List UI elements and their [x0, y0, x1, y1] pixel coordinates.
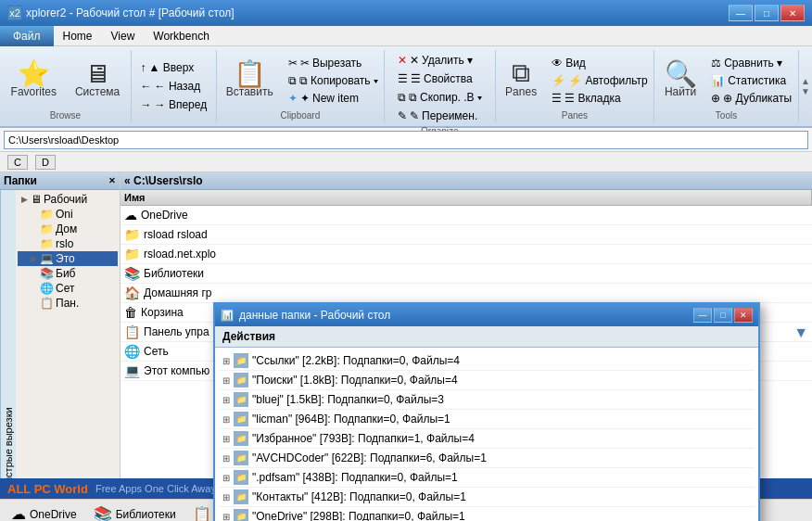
- autofilter-label: ⚡ Автофильтр: [568, 74, 648, 87]
- browse-group-label: Browse: [50, 108, 81, 121]
- drive-c[interactable]: C: [7, 155, 28, 170]
- newitem-button[interactable]: ✦ ✦ New item: [284, 90, 383, 107]
- maximize-button[interactable]: □: [755, 5, 779, 21]
- expand-icon[interactable]: ⊞: [222, 434, 230, 444]
- copy-label: ⧉ Копировать ▾: [299, 74, 378, 87]
- ribbon-btn-favorites[interactable]: ⭐ Favorites: [3, 58, 65, 103]
- tree-item-desktop[interactable]: ▶ 🖥 Рабочий: [18, 192, 118, 207]
- star-icon: ⭐: [22, 63, 44, 85]
- stats-button[interactable]: 📊 Статистика: [706, 72, 796, 89]
- filter-icon[interactable]: ▼: [793, 324, 808, 341]
- ribbon-group-tools: 🔍 Найти ⚖ Сравнить ▾ 📊 Статистика ⊕ ⊕ Ду…: [654, 50, 798, 122]
- expand-icon[interactable]: ⊞: [222, 512, 230, 522]
- minimize-button[interactable]: —: [729, 5, 753, 21]
- back-icon: ←: [141, 80, 152, 93]
- list-item[interactable]: ☁ OneDrive: [121, 206, 812, 225]
- expand-icon[interactable]: ⊞: [222, 492, 230, 502]
- paste-button[interactable]: 📋 Вставить: [218, 58, 282, 103]
- tree-item-dom[interactable]: 📁 Дом: [18, 222, 118, 236]
- lib-icon: 📚: [94, 505, 112, 521]
- bottom-item-lib[interactable]: 📚 Библиотеки: [86, 503, 184, 521]
- lib-icon: 📚: [40, 267, 54, 280]
- menu-workbench[interactable]: Workbench: [144, 26, 218, 46]
- autofilter-button[interactable]: ⚡ ⚡ Автофильтр: [547, 72, 653, 89]
- find-icon: 🔍: [669, 63, 691, 85]
- find-label: Найти: [665, 85, 696, 98]
- view-button[interactable]: 👁 Вид: [547, 55, 653, 71]
- dialog-min[interactable]: —: [693, 308, 712, 323]
- rename-button[interactable]: ✎ ✎ Переимен.: [393, 108, 487, 124]
- file-name-rsload2: rsload.net.xplo: [144, 248, 216, 260]
- expand-icon[interactable]: ⊞: [222, 473, 230, 483]
- drive-d[interactable]: D: [35, 155, 56, 170]
- ribbon-group-organize: ✕ ✕ Удалить ▾ ☰ ☰ Свойства ⧉ ⧉ Скопир. .…: [385, 50, 496, 122]
- tree-item-rslo[interactable]: 📁 rslo: [18, 236, 118, 251]
- folder-info-dialog: 📊 данные папки - Рабочий стол — □ ✕ Дейс…: [213, 302, 760, 521]
- view-icon: 👁: [552, 57, 563, 70]
- up-label: ▲ Вверх: [149, 61, 195, 74]
- panel-icon: 📋: [40, 297, 54, 310]
- tree-item-this[interactable]: ▶ 💻 Это: [18, 251, 118, 266]
- nav-back[interactable]: ← ← Назад: [136, 78, 212, 95]
- file-name-trash: Корзина: [141, 306, 184, 319]
- list-item[interactable]: 🏠 Домашняя гр: [121, 284, 812, 303]
- find-button[interactable]: 🔍 Найти: [656, 58, 704, 103]
- delete-button[interactable]: ✕ ✕ Удалить ▾: [393, 52, 487, 69]
- compare-button[interactable]: ⚖ Сравнить ▾: [706, 55, 796, 71]
- library-icon: 📚: [124, 266, 140, 281]
- panel-header: « C:\Users\rslo: [121, 172, 812, 190]
- dialog-close[interactable]: ✕: [734, 308, 753, 323]
- dialog-row: ⊞ 📁 "Поиски" [1.8kB]: Подпапки=0, Файлы=…: [219, 371, 755, 390]
- bottom-item-onedrive[interactable]: ☁ OneDrive: [4, 503, 84, 521]
- dialog-header: Действия: [215, 326, 758, 348]
- ribbon-btn-computer[interactable]: 🖥 Система: [67, 58, 128, 103]
- expand-icon[interactable]: ⊞: [222, 414, 230, 425]
- sidebar-close[interactable]: ✕: [108, 176, 116, 185]
- address-input[interactable]: [4, 131, 808, 149]
- app-icon: x2: [7, 6, 22, 20]
- dialog-max[interactable]: □: [714, 308, 732, 323]
- computer-icon: 🖥: [86, 63, 108, 85]
- list-item[interactable]: 📁 rsload rsload: [121, 225, 812, 245]
- row-icon: 📁: [234, 431, 248, 446]
- copy2-button[interactable]: ⧉ ⧉ Скопир. .В ▾: [393, 89, 487, 106]
- dialog-content[interactable]: ⊞ 📁 "Ссылки" [2.2kB]: Подпапки=0, Файлы=…: [215, 348, 758, 521]
- close-button[interactable]: ✕: [780, 5, 805, 21]
- panes-buttons: ⧉ Panes 👁 Вид ⚡ ⚡ Автофильтр ☰ ☰ Вкладка: [497, 52, 653, 108]
- dialog-row: ⊞ 📁 "AVCHDCoder" [622B]: Подпапки=6, Фай…: [219, 449, 755, 468]
- window-title: xplorer2 - Рабочий стол # [Рабочий стол]: [26, 6, 235, 19]
- sidebar-header-label: Папки: [4, 174, 37, 187]
- props-button[interactable]: ☰ ☰ Свойства: [393, 70, 487, 87]
- row-icon: 📁: [234, 509, 248, 521]
- panes-button[interactable]: ⧉ Panes: [497, 58, 545, 103]
- ribbon: ⭐ Favorites 🖥 Система Browse ↑ ▲ Вверх ←…: [0, 46, 812, 128]
- dialog-row: ⊞ 📁 "Контакты" [412B]: Подпапки=0, Файлы…: [219, 488, 755, 507]
- tree-item-panel[interactable]: 📋 Пан.: [18, 296, 118, 311]
- menu-view[interactable]: View: [102, 26, 145, 46]
- computer-label: Система: [75, 85, 120, 98]
- col-name[interactable]: Имя: [121, 190, 812, 205]
- copy-button[interactable]: ⧉ ⧉ Копировать ▾: [284, 72, 383, 89]
- window-controls: — □ ✕: [729, 5, 805, 21]
- dups-button[interactable]: ⊕ ⊕ Дубликаты: [706, 90, 796, 107]
- ribbon-scroll-up[interactable]: ▲: [801, 76, 810, 86]
- expand-icon[interactable]: ⊞: [222, 453, 230, 464]
- expand-icon[interactable]: ⊞: [222, 356, 230, 366]
- file-name-home: Домашняя гр: [144, 286, 212, 299]
- cut-button[interactable]: ✂ ✂ Вырезать: [284, 55, 383, 71]
- expand-icon[interactable]: ⊞: [222, 375, 230, 386]
- ribbon-scroll-down[interactable]: ▼: [801, 86, 810, 96]
- menu-file[interactable]: Файл: [0, 26, 54, 46]
- row-icon: 📁: [234, 373, 248, 388]
- tree-item-net[interactable]: 🌐 Сет: [18, 281, 118, 296]
- list-item[interactable]: 📁 rsload.net.xplo: [121, 245, 812, 264]
- menu-home[interactable]: Home: [54, 26, 102, 46]
- nav-forward[interactable]: → → Вперед: [136, 96, 212, 113]
- ribbon-browse-buttons: ⭐ Favorites 🖥 Система: [3, 52, 129, 108]
- list-item[interactable]: 📚 Библиотеки: [121, 264, 812, 284]
- tree-item-oni[interactable]: 📁 Oni: [18, 207, 118, 222]
- nav-up[interactable]: ↑ ▲ Вверх: [136, 59, 212, 76]
- tree-item-lib[interactable]: 📚 Биб: [18, 266, 118, 281]
- expand-icon[interactable]: ⊞: [222, 395, 230, 405]
- tab-button[interactable]: ☰ ☰ Вкладка: [547, 90, 653, 107]
